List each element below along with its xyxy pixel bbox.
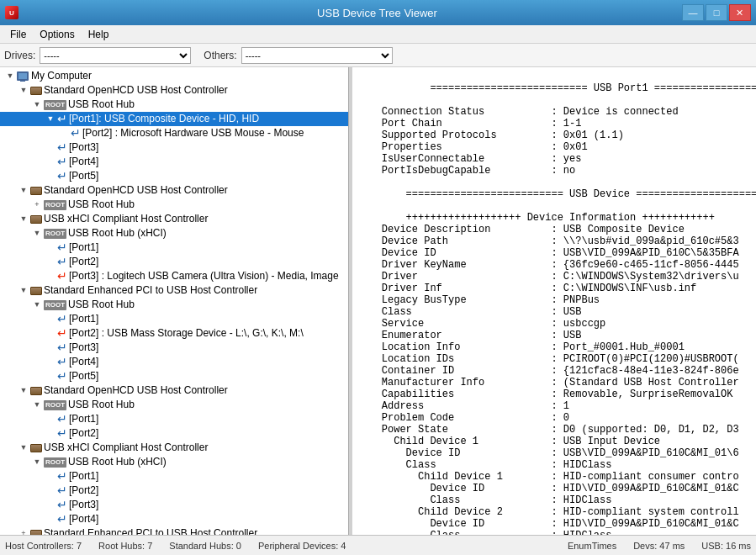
list-item[interactable]: ↵ [Port3] : Logitech USB Camera (Ultra V… [0,269,348,283]
list-item[interactable]: + ROOT USB Root Hub [0,198,348,212]
list-item[interactable]: ▼ USB xHCI Compliant Host Controller [0,212,348,226]
node-label: [Port3] [69,341,98,355]
minimize-button[interactable]: — [682,4,704,21]
close-button[interactable]: ✕ [729,4,751,21]
status-usb: USB: 16 ms [701,541,751,551]
node-label: [Port4] [69,355,98,369]
roothub-icon: ROOT [44,100,66,110]
status-host-controllers: Host Controllers: 7 [5,541,82,551]
port-icon: ↵ [57,426,67,441]
list-item[interactable]: ↵ [Port2] [0,484,348,498]
list-item[interactable]: ↵ [Port1] [0,240,348,255]
device-icon: ↵ [57,269,67,283]
node-label: [Port3] [69,498,98,512]
menu-help[interactable]: Help [82,27,116,42]
toolbar: Drives: ----- Others: ----- [0,44,756,67]
others-label: Others: [204,50,236,61]
port-icon: ↵ [57,169,67,183]
list-item[interactable]: ↵ [Port5] [0,369,348,383]
list-item[interactable]: ↵ [Port1] [0,412,348,426]
node-label: USB xHCI Compliant Host Controller [44,212,208,226]
port-icon: ↵ [57,312,67,326]
list-item[interactable]: ▼ ROOT USB Root Hub (xHCI) [0,226,348,240]
menu-file[interactable]: File [3,27,33,42]
title-bar: U USB Device Tree Viewer — □ ✕ [0,0,756,25]
node-label: [Port4] [69,155,98,169]
status-enum-times: EnumTimes [568,541,616,551]
expand-icon[interactable]: ▼ [3,69,17,83]
node-label: [Port4] [69,512,98,526]
port-icon: ↵ [57,484,67,498]
status-bar: Host Controllers: 7 Root Hubs: 7 Standar… [0,535,756,555]
list-item[interactable]: ↵ [Port2] : USB Mass Storage Device - L:… [0,326,348,341]
node-label: [Port5] [69,169,98,183]
port-icon: ↵ [57,469,67,484]
tree-root[interactable]: ▼ My Computer [0,69,348,83]
node-label: [Port2] [69,426,98,441]
node-label: Standard OpenHCD USB Host Controller [44,383,228,398]
node-label: [Port5] [69,369,98,383]
node-label: [Port2] : USB Mass Storage Device - L:\,… [69,326,304,341]
list-item[interactable]: ↵ [Port3] [0,341,348,355]
port-icon: ↵ [57,512,67,526]
list-item[interactable]: ▼ ROOT USB Root Hub [0,398,348,412]
title-text: USB Device Tree Viewer [317,7,437,19]
others-select[interactable]: ----- [241,47,393,64]
port-icon: ↵ [57,341,67,355]
port-icon: ↵ [57,498,67,512]
app-icon: U [5,6,19,19]
drives-label: Drives: [4,50,35,61]
status-devs: Devs: 47 ms [633,541,685,551]
controller-icon [30,287,42,295]
status-standard-hubs: Standard Hubs: 0 [169,541,241,551]
computer-icon [17,71,29,81]
list-item[interactable]: + Standard Enhanced PCI to USB Host Cont… [0,526,348,535]
list-item[interactable]: ↵ [Port4] [0,155,348,169]
usb-device-icon: ↵ [57,112,67,126]
controller-icon [30,387,42,395]
tree-panel[interactable]: ▼ My Computer ▼ Standard OpenHCD USB Hos… [0,67,349,535]
detail-panel[interactable]: ========================== USB Port1 ===… [352,67,756,535]
main-content: ▼ My Computer ▼ Standard OpenHCD USB Hos… [0,67,756,535]
node-label: [Port1]: USB Composite Device - HID, HID [69,112,259,126]
node-label: [Port1] [69,312,98,326]
port-icon: ↵ [57,255,67,269]
list-item[interactable]: ▼ Standard OpenHCD USB Host Controller [0,383,348,398]
list-item[interactable]: ↵ [Port2] [0,255,348,269]
list-item[interactable]: ▼ USB xHCI Compliant Host Controller [0,441,348,455]
list-item[interactable]: ↵ [Port1] [0,312,348,326]
list-item[interactable]: ↵ [Port3] [0,498,348,512]
detail-content: ========================== USB Port1 ===… [357,82,756,535]
node-label: USB Root Hub [68,298,135,312]
controller-icon-1 [30,87,42,95]
status-peripheral-devices: Peripheral Devices: 4 [258,541,346,551]
list-item[interactable]: ↵ [Port1] [0,469,348,484]
list-item[interactable]: ↵ [Port4] [0,512,348,526]
node-label: Standard Enhanced PCI to USB Host Contro… [44,283,257,298]
port-icon: ↵ [57,240,67,255]
roothub-icon: ROOT [44,400,66,410]
list-item[interactable]: ↵ [Port3] [0,140,348,155]
list-item[interactable]: ↵ [Port2] : Microsoft Hardware USB Mouse… [0,126,348,140]
list-item[interactable]: ↵ [Port4] [0,355,348,369]
list-item[interactable]: ▼ ↵ [Port1]: USB Composite Device - HID,… [0,112,348,126]
node-label: [Port2] [69,484,98,498]
list-item[interactable]: ↵ [Port5] [0,169,348,183]
list-item[interactable]: ▼ ROOT USB Root Hub [0,298,348,312]
menu-bar: File Options Help [0,25,756,44]
list-item[interactable]: ▼ ROOT USB Root Hub (xHCI) [0,455,348,469]
menu-options[interactable]: Options [33,27,81,42]
list-item[interactable]: ▼ ROOT USB Root Hub [0,98,348,112]
maximize-button[interactable]: □ [706,4,727,21]
list-item[interactable]: ▼ Standard OpenHCD USB Host Controller [0,83,348,98]
list-item[interactable]: ▼ Standard OpenHCD USB Host Controller [0,183,348,198]
list-item[interactable]: ▼ Standard Enhanced PCI to USB Host Cont… [0,283,348,298]
node-label: Standard OpenHCD USB Host Controller [44,83,228,98]
node-label: [Port1] [69,469,98,484]
drives-select[interactable]: ----- [40,47,191,64]
node-label: [Port3] [69,140,98,155]
list-item[interactable]: ↵ [Port2] [0,426,348,441]
roothub-icon: ROOT [44,200,66,210]
node-label: Standard Enhanced PCI to USB Host Contro… [44,526,257,535]
node-label: [Port1] [69,412,98,426]
